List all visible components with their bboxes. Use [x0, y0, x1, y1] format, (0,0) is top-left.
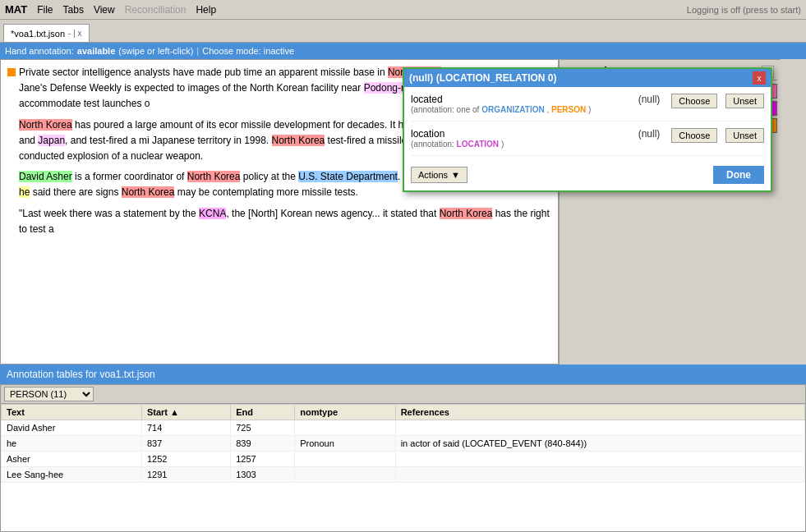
cell-nomtype — [295, 452, 395, 467]
highlight-david-asher: David Asher — [19, 171, 72, 182]
location-annotation: LOCATION — [457, 140, 499, 149]
highlight-he: he — [19, 186, 30, 198]
cell-start: 837 — [141, 436, 230, 452]
annotation-tables-label: Annotation tables for voa1.txt.json — [7, 369, 155, 380]
table-row[interactable]: Asher 1252 1257 — [2, 452, 805, 467]
cell-end: 1257 — [231, 452, 295, 467]
relation-dialog: (null) (LOCATION_RELATION 0) x located (… — [403, 67, 772, 192]
menu-help[interactable]: Help — [196, 4, 216, 16]
actions-chevron: ▼ — [451, 170, 460, 180]
person-annotation: PERSON — [551, 105, 586, 114]
table-area: PERSON (11) ORGANIZATION LOCATION Text S… — [0, 384, 806, 532]
orange-marker — [7, 68, 16, 76]
annotation-mode[interactable]: Choose mode: inactive — [202, 46, 294, 56]
dialog-body: located (annotation: one of ORGANIZATION… — [404, 87, 771, 190]
dialog-titlebar: (null) (LOCATION_RELATION 0) x — [404, 69, 771, 87]
annotation-bar: Hand annotation: available (swipe or lef… — [0, 43, 806, 59]
cell-nomtype — [295, 467, 395, 483]
logging-status: Logging is off (press to start) — [687, 5, 801, 15]
unset-button-2[interactable]: Unset — [725, 128, 764, 143]
table-header-row: PERSON (11) ORGANIZATION LOCATION — [1, 385, 805, 404]
highlight-north-korea-5: North Korea — [122, 186, 175, 198]
dialog-row-location: location (annotation: LOCATION ) (null) … — [411, 128, 764, 156]
tab-voa1[interactable]: *voa1.txt.json - | x — [3, 24, 90, 42]
highlight-japan: Japan — [38, 135, 65, 146]
dialog-actions: Actions ▼ Done — [411, 163, 764, 184]
tabbar: *voa1.txt.json - | x — [0, 20, 806, 43]
annotation-available[interactable]: available — [77, 46, 115, 56]
highlight-north-korea-3: North Korea — [272, 135, 325, 146]
table-row[interactable]: he 837 839 Pronoun in actor of said (LOC… — [2, 436, 805, 452]
annotation-table: Text Start ▲ End nomtype References Davi… — [1, 404, 805, 483]
field-name-location: location — [411, 128, 632, 140]
col-end[interactable]: End — [231, 405, 295, 420]
choose-button-2[interactable]: Choose — [671, 128, 717, 143]
col-text[interactable]: Text — [2, 405, 142, 420]
field-value-location: (null) — [638, 128, 661, 140]
table-row[interactable]: David Asher 714 725 — [2, 420, 805, 436]
dialog-label-location: location (annotation: LOCATION ) — [411, 128, 632, 149]
cell-text: Asher — [2, 452, 142, 467]
cell-references: in actor of said (LOCATED_EVENT (840-844… — [395, 436, 804, 452]
menu-reconciliation[interactable]: Reconciliation — [125, 4, 187, 16]
field-annotation-location: (annotation: LOCATION ) — [411, 140, 632, 149]
col-references[interactable]: References — [395, 405, 804, 420]
highlight-state-dept: U.S. State Department — [298, 171, 398, 182]
cell-references — [395, 420, 804, 436]
highlight-north-korea-4: North Korea — [187, 171, 241, 182]
cell-end: 1303 — [231, 467, 295, 483]
cell-start: 1252 — [141, 452, 230, 467]
menu-tabs[interactable]: Tabs — [63, 4, 84, 16]
menu-view[interactable]: View — [94, 4, 115, 16]
cell-nomtype — [295, 420, 395, 436]
annotation-swipe: (swipe or left-click) — [118, 46, 193, 56]
annotation-tables-bar: Annotation tables for voa1.txt.json — [0, 365, 806, 384]
cell-start: 1291 — [141, 467, 230, 483]
highlight-north-korea-2: North Korea — [19, 119, 72, 131]
highlight-kcna: KCNA — [199, 208, 226, 219]
actions-dropdown[interactable]: Actions ▼ — [411, 167, 467, 183]
table-header: Text Start ▲ End nomtype References — [2, 405, 805, 420]
highlight-north-korea-6: North Korea — [440, 208, 493, 219]
brand-label: MAT — [5, 3, 27, 16]
dialog-row-located: located (annotation: one of ORGANIZATION… — [411, 94, 764, 122]
table-row[interactable]: Lee Sang-hee 1291 1303 — [2, 467, 805, 483]
cell-end: 839 — [231, 436, 295, 452]
menu-file[interactable]: File — [37, 4, 53, 16]
col-start[interactable]: Start ▲ — [141, 405, 230, 420]
org-annotation: ORGANIZATION — [481, 105, 544, 114]
cell-start: 714 — [141, 420, 230, 436]
choose-button-1[interactable]: Choose — [671, 94, 717, 108]
field-name-located: located — [411, 94, 632, 105]
menubar: MAT File Tabs View Reconciliation Help L… — [0, 0, 806, 20]
field-value-located: (null) — [638, 94, 661, 105]
dialog-title: (null) (LOCATION_RELATION 0) — [409, 72, 557, 84]
cell-end: 725 — [231, 420, 295, 436]
actions-label: Actions — [418, 170, 448, 180]
main-area: Private sector intelligence analysts hav… — [0, 59, 806, 365]
cell-text: Lee Sang-hee — [2, 467, 142, 483]
done-button[interactable]: Done — [713, 166, 764, 184]
annotation-type-select[interactable]: PERSON (11) ORGANIZATION LOCATION — [4, 387, 94, 401]
unset-button-1[interactable]: Unset — [725, 94, 764, 108]
dialog-close-button[interactable]: x — [753, 71, 766, 85]
tab-controls[interactable]: - | x — [68, 29, 81, 38]
text-its: its — [206, 119, 216, 131]
col-nomtype[interactable]: nomtype — [295, 405, 395, 420]
cell-references — [395, 467, 804, 483]
cell-text: David Asher — [2, 420, 142, 436]
annotation-prefix: Hand annotation: — [5, 46, 74, 56]
text-expected: expected — [134, 82, 174, 94]
annotation-separator: | — [196, 46, 199, 56]
cell-references — [395, 452, 804, 467]
cell-nomtype: Pronoun — [295, 436, 395, 452]
cell-text: he — [2, 436, 142, 452]
field-annotation-located: (annotation: one of ORGANIZATION , PERSO… — [411, 105, 632, 114]
tab-label: *voa1.txt.json — [11, 29, 65, 39]
dialog-label-located: located (annotation: one of ORGANIZATION… — [411, 94, 632, 114]
